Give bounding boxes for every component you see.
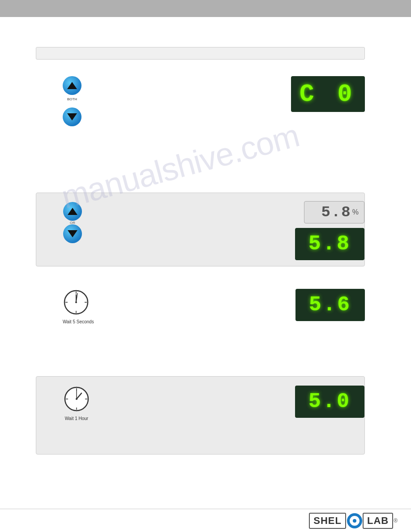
clock-5sec-icon — [63, 289, 90, 316]
down-arrow-icon — [67, 113, 77, 120]
logo-dot — [353, 519, 356, 523]
s1-led: C 0 — [291, 76, 365, 112]
s4-display-wrapper: 5.0 — [295, 386, 364, 418]
percent-display-wrapper: 5.8 % 5.8 — [295, 201, 364, 260]
s2-green-display: 5.8 — [295, 228, 364, 260]
up-button-both[interactable]: BOTH — [63, 76, 81, 95]
s3-display-wrapper: 5.6 — [295, 289, 365, 321]
up-arrow-icon — [67, 82, 77, 89]
shel-text: SHEL — [309, 513, 346, 529]
clock-5sec-label: Wait 5 Seconds — [63, 319, 94, 324]
s1-led-text: C 0 — [300, 81, 356, 108]
down-arrow-icon-2 — [68, 230, 77, 237]
clock-5sec-wrapper: Wait 5 Seconds — [63, 289, 94, 324]
s3-green-value: 5.6 — [309, 293, 351, 317]
logo-circle-inner — [350, 516, 360, 526]
up-button-or[interactable] — [63, 202, 82, 221]
section4: Wait 1 Hour 5.0 — [36, 376, 365, 455]
percent-sign: % — [352, 208, 359, 216]
clock-1hr-label: Wait 1 Hour — [63, 416, 90, 421]
section1: BOTH C 0 — [36, 72, 365, 159]
s4-green-value: 5.0 — [308, 390, 351, 413]
shelab-logo: SHEL LAB ® — [309, 513, 398, 529]
s2-green-value: 5.8 — [308, 232, 351, 256]
clock-1hr-icon — [63, 386, 90, 412]
reg-mark: ® — [394, 518, 398, 524]
both-label-up: BOTH — [67, 97, 77, 101]
down-button-both[interactable] — [63, 107, 81, 126]
clock-1hr-wrapper: Wait 1 Hour — [63, 386, 90, 421]
down-button-or[interactable] — [63, 224, 82, 243]
s4-green-display: 5.0 — [295, 386, 364, 418]
up-arrow-icon-2 — [68, 208, 77, 215]
bottom-bar: SHEL LAB ® — [0, 509, 411, 532]
section3: Wait 5 Seconds 5.6 — [36, 282, 365, 340]
top-bar — [0, 0, 411, 17]
lab-text: LAB — [363, 513, 393, 529]
logo-circle — [347, 513, 362, 528]
s1-display: C 0 — [291, 76, 365, 112]
percent-value: 5.8 — [321, 204, 351, 221]
s3-green-display: 5.6 — [295, 289, 365, 321]
section2: OR 5.8 % 5.8 — [36, 193, 365, 266]
input-bar[interactable] — [36, 47, 365, 60]
percent-box: 5.8 % — [304, 201, 364, 223]
